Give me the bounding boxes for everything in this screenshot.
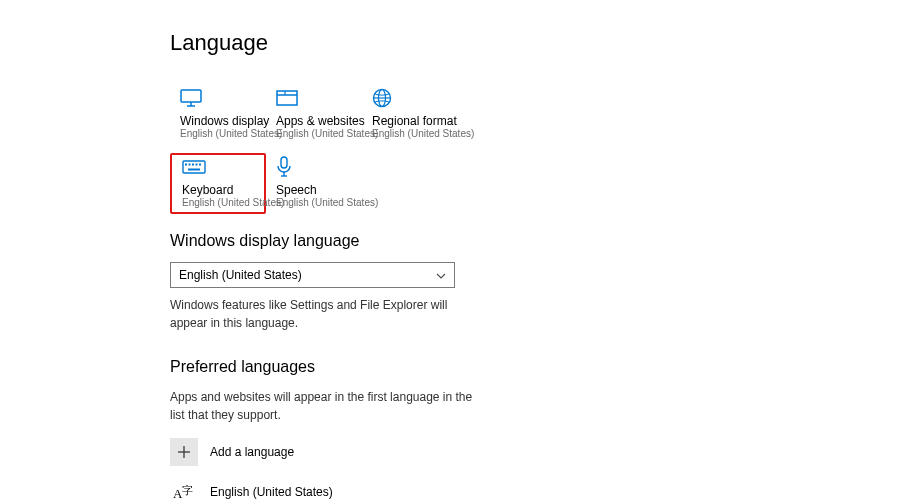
svg-rect-0	[181, 90, 201, 102]
add-language-button[interactable]: Add a language	[170, 438, 510, 466]
tile-sub: English (United States)	[180, 128, 266, 139]
svg-rect-13	[196, 164, 198, 166]
display-language-helper: Windows features like Settings and File …	[170, 296, 480, 332]
display-language-dropdown[interactable]: English (United States)	[170, 262, 455, 288]
svg-rect-15	[188, 169, 200, 171]
dropdown-selected-value: English (United States)	[179, 268, 302, 282]
add-language-label: Add a language	[210, 445, 294, 459]
svg-rect-12	[192, 164, 194, 166]
svg-rect-9	[183, 161, 205, 173]
monitor-icon	[180, 88, 204, 108]
tile-keyboard[interactable]: Keyboard English (United States)	[170, 153, 266, 214]
chevron-down-icon	[436, 270, 446, 281]
svg-rect-3	[277, 91, 297, 105]
language-item-english[interactable]: A字 English (United States)	[170, 478, 510, 500]
tile-label: Speech	[276, 183, 362, 197]
window-icon	[276, 88, 300, 108]
tile-label: Regional format	[372, 114, 458, 128]
svg-rect-16	[281, 157, 287, 168]
svg-rect-10	[185, 164, 187, 166]
keyboard-icon	[182, 157, 206, 177]
preferred-languages-heading: Preferred languages	[170, 358, 510, 376]
tile-label: Apps & websites	[276, 114, 362, 128]
tile-windows-display[interactable]: Windows display English (United States)	[170, 84, 266, 145]
plus-icon	[170, 438, 198, 466]
tile-sub: English (United States)	[276, 197, 362, 208]
windows-display-language-heading: Windows display language	[170, 232, 510, 250]
page-title: Language	[170, 30, 510, 56]
tile-speech[interactable]: Speech English (United States)	[266, 153, 362, 214]
tile-apps-websites[interactable]: Apps & websites English (United States)	[266, 84, 362, 145]
svg-text:字: 字	[182, 484, 193, 496]
globe-icon	[372, 88, 396, 108]
svg-rect-14	[199, 164, 201, 166]
tile-sub: English (United States)	[372, 128, 458, 139]
language-tiles-grid: Windows display English (United States) …	[170, 84, 510, 214]
svg-rect-11	[189, 164, 191, 166]
language-item-label: English (United States)	[210, 485, 333, 499]
microphone-icon	[276, 157, 300, 177]
preferred-languages-helper: Apps and websites will appear in the fir…	[170, 388, 480, 424]
tile-sub: English (United States)	[276, 128, 362, 139]
language-character-icon: A字	[170, 478, 198, 500]
tile-label: Windows display	[180, 114, 266, 128]
tile-sub: English (United States)	[182, 197, 264, 208]
tile-regional-format[interactable]: Regional format English (United States)	[362, 84, 458, 145]
tile-label: Keyboard	[182, 183, 264, 197]
